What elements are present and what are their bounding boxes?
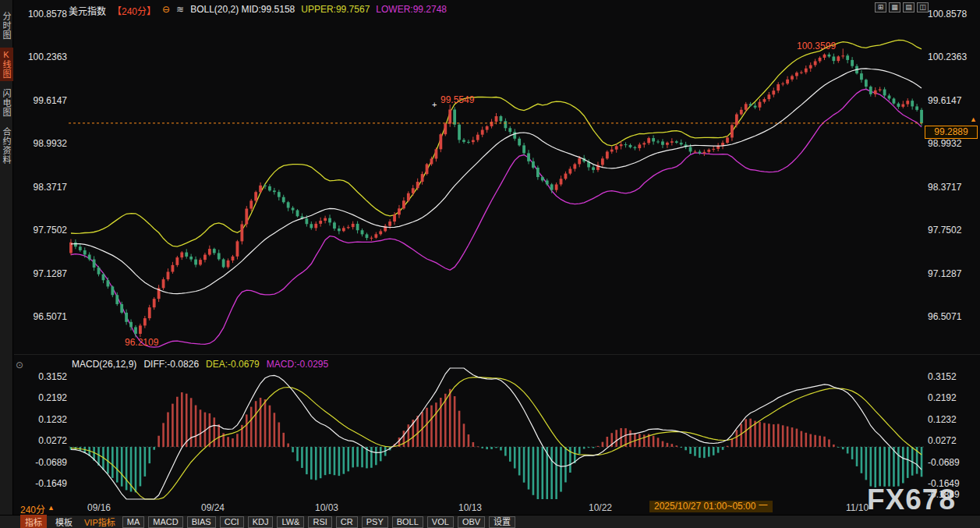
macd-axis-right-label: 0.3152 xyxy=(928,371,968,382)
toolbar-item-vol[interactable]: VOL xyxy=(427,516,454,528)
left-sidebar: 分时图 K线图 闪电图 合约资料 xyxy=(0,0,13,528)
toolbar-item-ma[interactable]: MA xyxy=(122,516,145,528)
macd-chart[interactable] xyxy=(69,367,924,501)
price-axis-right-label: 98.9932 xyxy=(928,138,968,149)
toolbar-item-vip-indicator[interactable]: VIP指标 xyxy=(81,515,119,528)
sidebar-tab-kline-chart[interactable]: K线图 xyxy=(0,48,13,81)
macd-axis-right-label: -0.1649 xyxy=(928,478,968,489)
macd-diff-label: DIFF:-0.0826 xyxy=(143,359,199,370)
symbol-name: 美元指数 xyxy=(69,4,106,17)
price-axis-right-label: 100.2363 xyxy=(928,51,968,62)
price-axis-right-label: 99.6147 xyxy=(928,95,968,106)
price-axis-left-label: 96.5071 xyxy=(27,311,67,322)
main-candlestick-chart[interactable] xyxy=(69,6,924,351)
toolbar-item-template[interactable]: 模板 xyxy=(51,515,77,528)
macd-axis-min-label: -0.1839 xyxy=(928,489,968,500)
window-layout-icon-2[interactable]: ▦ xyxy=(889,2,900,12)
price-axis-left-label: 99.6147 xyxy=(27,95,67,106)
macd-title: MACD(26,12,9) xyxy=(72,359,136,370)
macd-axis-left-label: 0.0272 xyxy=(27,435,67,446)
period-tag: 【240分】 xyxy=(112,4,156,17)
x-date-label: 10/03 xyxy=(315,502,338,513)
timeframe-label: 240分 xyxy=(20,502,45,516)
price-axis-right-label: 97.7502 xyxy=(928,225,968,236)
window-layout-icon-4[interactable]: ◫ xyxy=(917,2,929,12)
price-axis-left-label: 100.8578 xyxy=(27,9,67,19)
x-date-label: 09/24 xyxy=(201,502,225,513)
toolbar-item-settings[interactable]: 设置 xyxy=(489,516,515,528)
price-axis-right-label: 98.3717 xyxy=(928,182,968,193)
macd-axis-left-label: 0.2192 xyxy=(27,392,67,403)
macd-header: MACD(26,12,9) DIFF:-0.0826 DEA:-0.0679 M… xyxy=(72,359,328,370)
macd-axis-left-label: -0.0689 xyxy=(27,457,67,468)
toolbar-item-rsi[interactable]: RSI xyxy=(308,516,331,528)
toolbar-item-obv[interactable]: OBV xyxy=(458,516,485,528)
macd-macd-label: MACD:-0.0295 xyxy=(267,359,328,370)
price-axis-right-label: 100.8578 xyxy=(928,9,968,19)
boll-lower-label: LOWER:99.2748 xyxy=(376,4,447,17)
price-axis-left-label: 100.2363 xyxy=(27,51,67,62)
macd-axis-right-label: 0.0272 xyxy=(928,435,968,446)
peak-cross-marker: + xyxy=(432,100,437,109)
toolbar-item-bias[interactable]: BIAS xyxy=(187,516,216,528)
price-axis-left-label: 98.9932 xyxy=(27,138,67,149)
chart-header: 美元指数 【240分】 ⊖ ≋ BOLL(20,2) MID:99.5158 U… xyxy=(69,4,447,17)
price-axis-left-label: 97.7502 xyxy=(27,225,67,236)
price-axis-right-label: 96.5071 xyxy=(928,311,968,322)
toolbar-item-boll[interactable]: BOLL xyxy=(392,516,423,528)
sidebar-tab-contract-info[interactable]: 合约资料 xyxy=(0,125,13,167)
dropdown-arrow-icon: ▲ xyxy=(48,502,55,516)
window-layout-icon-1[interactable]: ⊞ xyxy=(875,2,886,12)
toolbar-item-macd[interactable]: MACD xyxy=(148,516,182,528)
macd-dea-label: DEA:-0.0679 xyxy=(206,359,260,370)
window-layout-icons: ⊞▦▤◫ xyxy=(875,2,929,12)
panel-collapse-icon[interactable]: ⊙ xyxy=(16,360,23,370)
macd-axis-right-label: -0.0689 xyxy=(928,457,968,468)
sidebar-tab-time-chart[interactable]: 分时图 xyxy=(0,9,13,42)
market-status-icon: ⊖ xyxy=(162,4,170,17)
toolbar-item-lwr[interactable]: LW& xyxy=(277,516,304,528)
macd-axis-left-label: 0.1232 xyxy=(27,414,67,425)
annotation-mid-peak: 99.5549 xyxy=(440,94,474,105)
x-date-label: 09/16 xyxy=(87,502,111,513)
macd-axis-right-label: 0.1232 xyxy=(928,414,968,425)
sidebar-tab-flash-chart[interactable]: 闪电图 xyxy=(0,87,13,119)
window-layout-icon-3[interactable]: ▤ xyxy=(903,2,915,12)
toolbar-item-indicator[interactable]: 指标 xyxy=(20,515,47,528)
boll-mid-label: BOLL(20,2) MID:99.5158 xyxy=(190,4,295,17)
bottom-toolbar: 指标模板VIP指标MAMACDBIASCCIKDJLW&RSICRPSYBOLL… xyxy=(0,515,980,528)
toolbar-item-cci[interactable]: CCI xyxy=(220,516,244,528)
macd-axis-left-label: 0.3152 xyxy=(27,371,67,382)
x-date-label: 10/22 xyxy=(589,502,612,513)
price-axis-left-label: 97.1287 xyxy=(27,268,67,279)
price-arrow-icon: ▲ xyxy=(970,115,977,123)
annotation-high: 100.3599 xyxy=(797,41,836,51)
indicator-icon: ≋ xyxy=(176,4,184,17)
x-date-label: 10/13 xyxy=(458,502,482,513)
panel-divider xyxy=(14,354,980,355)
price-axis-left-label: 98.3717 xyxy=(27,182,67,193)
toolbar-item-psy[interactable]: PSY xyxy=(362,516,388,528)
trading-terminal: 分时图 K线图 闪电图 合约资料 美元指数 【240分】 ⊖ ≋ BOLL(20… xyxy=(0,0,980,528)
toolbar-item-cr[interactable]: CR xyxy=(336,516,358,528)
macd-axis-right-label: 0.2192 xyxy=(928,392,968,403)
x-date-label: 11/10 xyxy=(846,502,869,513)
timeframe-selector[interactable]: 240分 ▲ xyxy=(20,502,55,516)
toolbar-item-kdj[interactable]: KDJ xyxy=(248,516,274,528)
price-axis-right-label: 97.1287 xyxy=(928,268,968,279)
selected-time-range: 2025/10/27 01:00~05:00 一 xyxy=(649,501,773,512)
last-price-tag: 99.2889 xyxy=(925,126,978,139)
annotation-low: 96.2109 xyxy=(125,337,158,348)
boll-upper-label: UPPER:99.7567 xyxy=(301,4,370,17)
macd-axis-left-label: -0.1649 xyxy=(27,478,67,489)
